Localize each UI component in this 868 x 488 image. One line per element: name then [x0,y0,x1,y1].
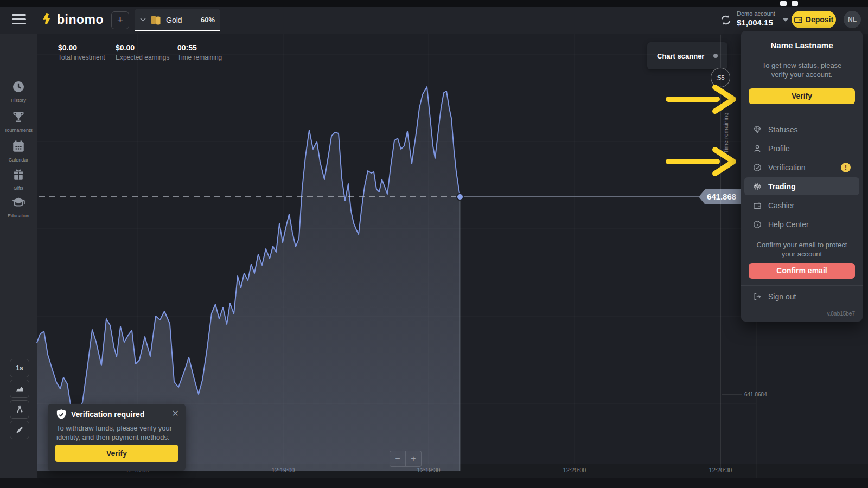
candlestick-icon [753,182,762,191]
status-note: To get new status, please verify your ac… [753,61,851,79]
stat-value: $0.00 [58,43,105,52]
shield-check-icon [55,409,67,421]
stat-expected-earnings: $0.00 Expected earnings [116,43,169,61]
sidebar-item-gifts[interactable]: Gifts [0,168,37,191]
sign-out-button[interactable]: Sign out [753,292,796,301]
account-type-label: Demo account [737,10,781,17]
browser-strip [0,0,868,7]
sidebar-item-label: Gifts [0,185,37,191]
current-price-tag: 641.868 [699,189,741,204]
chart-scanner-label: Chart scanner [657,52,704,60]
menu-item-profile[interactable]: Profile [744,139,859,157]
menu-item-label: Cashier [768,201,794,210]
drawing-tools-button[interactable] [10,421,29,439]
time-axis-label: 12:20:00 [563,467,586,473]
sidebar-item-calendar[interactable]: Calendar [0,139,37,163]
account-holder-name: Name Lastname [741,41,863,50]
app-version: v.8ab15be7 [827,311,855,317]
verify-button[interactable]: Verify [749,88,855,104]
time-axis-label: 12:19:30 [417,467,441,473]
menu-item-label: Trading [768,182,796,191]
divider [741,112,863,112]
wallet-icon [794,16,802,23]
add-asset-button[interactable]: + [111,11,129,29]
indicators-button[interactable] [10,400,29,419]
zoom-out-button[interactable]: − [390,451,406,467]
zoom-in-button[interactable]: + [406,451,422,467]
menu-item-label: Statuses [768,125,797,134]
sidebar-item-label: Calendar [0,157,37,163]
asset-payout: 60% [201,16,215,24]
menu-item-statuses[interactable]: Statuses [744,120,859,138]
stat-time-remaining: 00:55 Time remaining [177,43,222,61]
media-playing-icon [792,1,798,6]
compass-icon [15,404,24,414]
logo-text: binomo [57,12,104,27]
menu-item-cashier[interactable]: Cashier [744,196,859,214]
menu-item-trading[interactable]: Trading [744,177,859,195]
refresh-icon[interactable] [719,14,732,27]
person-icon [753,144,762,153]
divider [741,236,863,236]
chart-type-button[interactable] [10,380,29,398]
sidebar-item-tournaments[interactable]: Tournaments [0,110,37,133]
page-bottom-strip [0,478,868,488]
chevron-down-icon [140,18,146,22]
account-balance: $1,004.15 [737,18,781,27]
divider [741,285,863,286]
calendar-icon [11,139,25,153]
menu-item-label: Profile [768,144,790,153]
menu-item-help-center[interactable]: Help Center [744,215,859,233]
popup-verify-button[interactable]: Verify [55,445,178,462]
price-axis-value: 641.8684 [744,391,767,397]
binomo-trading-screen: binomo + Gold 60% Demo account $1,004.15 [0,0,868,488]
active-tab-underline [135,30,220,31]
media-playing-icon [780,1,787,6]
menu-item-label: Help Center [768,220,809,229]
trophy-icon [11,110,25,124]
chart-scanner-button[interactable]: Chart scanner [647,42,727,69]
gem-icon [753,125,762,134]
wallet-icon [753,201,762,210]
sign-out-icon [753,292,762,301]
verification-alert-badge: ! [841,163,851,172]
top-bar: binomo + Gold 60% Demo account $1,004.15 [0,7,868,34]
stat-label: Time remaining [177,54,222,61]
stat-value: 00:55 [177,43,222,52]
time-axis-label: 12:20:30 [709,467,732,473]
close-icon[interactable]: ✕ [172,408,179,419]
area-chart-icon [15,384,24,393]
stat-label: Expected earnings [116,54,169,61]
avatar[interactable]: NL 1 [844,11,861,28]
check-circle-icon [753,163,762,172]
bolt-icon [42,13,53,27]
time-remaining-axis-label: Time remaining [723,92,731,174]
binomo-logo: binomo [42,12,104,27]
stat-total-investment: $0.00 Total investment [58,43,105,61]
menu-icon[interactable] [12,14,26,25]
verification-popup: Verification required ✕ To withdraw fund… [48,404,186,471]
sidebar-item-history[interactable]: History [0,80,37,103]
confirm-email-button[interactable]: Confirm email [749,263,855,279]
purchase-deadline-timer: :55 [711,68,730,87]
menu-item-verification[interactable]: Verification ! [744,158,859,176]
stat-label: Total investment [58,54,105,61]
sidebar-item-label: History [0,98,37,103]
stat-value: $0.00 [116,43,169,52]
gold-bars-icon [151,15,161,25]
gift-icon [11,168,25,182]
deposit-button[interactable]: Deposit [792,11,836,28]
left-sidebar: History Tournaments Calendar [0,34,37,488]
sidebar-item-education[interactable]: Education [0,195,37,219]
interval-button[interactable]: 1s [10,359,29,377]
pencil-icon [15,426,24,434]
account-chevron-down-icon[interactable] [783,18,788,22]
popup-body: To withdraw funds, please verify your id… [56,423,178,442]
account-menu-panel: Name Lastname To get new status, please … [741,31,863,322]
info-icon [753,220,762,229]
asset-tab-gold[interactable]: Gold 60% [135,9,220,31]
asset-name: Gold [166,16,182,24]
sidebar-item-label: Tournaments [0,127,37,133]
popup-title: Verification required [71,410,144,419]
account-switcher[interactable]: Demo account $1,004.15 [737,10,781,27]
